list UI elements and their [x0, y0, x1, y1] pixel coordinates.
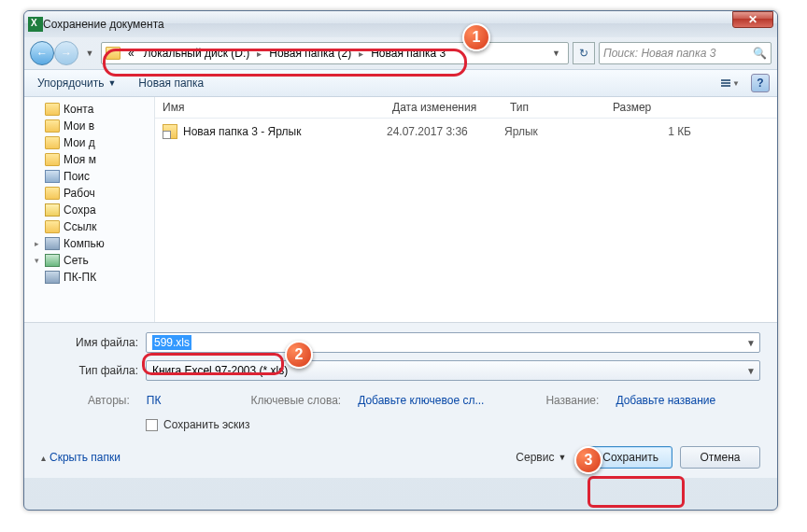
chevron-down-icon[interactable]: ▼ — [746, 338, 756, 348]
filename-input[interactable]: 599.xls ▼ — [146, 332, 760, 353]
search-icon: 🔍 — [753, 47, 767, 60]
folder-icon — [106, 47, 120, 60]
window-title: Сохранение документа — [43, 18, 164, 31]
service-menu[interactable]: Сервис ▼ — [516, 451, 566, 464]
folder-icon — [45, 153, 60, 166]
toolbar: Упорядочить ▼ Новая папка ▼ ? — [24, 69, 777, 97]
view-mode-button[interactable]: ▼ — [715, 74, 745, 92]
collapse-icon[interactable]: ▾ — [32, 256, 41, 265]
search-icon — [45, 170, 60, 183]
expand-icon[interactable]: ▸ — [32, 239, 41, 248]
folder-icon — [45, 187, 60, 200]
thumbnail-row: Сохранить эскиз — [41, 411, 760, 437]
file-list-header[interactable]: Имя Дата изменения Тип Размер — [155, 97, 777, 119]
breadcrumb-part[interactable]: Новая папка (2) — [265, 45, 355, 62]
list-icon — [721, 79, 730, 87]
app-icon — [28, 17, 43, 32]
chevron-up-icon: ▴ — [41, 453, 46, 463]
breadcrumb-prefix: « — [124, 45, 138, 62]
file-list[interactable]: Имя Дата изменения Тип Размер Новая папк… — [155, 97, 777, 322]
tree-item[interactable]: ПК-ПК — [24, 269, 154, 286]
breadcrumb[interactable]: « Локальный диск (D:) ▸ Новая папка (2) … — [101, 42, 569, 64]
thumbnail-label: Сохранить эскиз — [163, 418, 250, 431]
filetype-label: Тип файла: — [41, 364, 146, 377]
tree-item[interactable]: Поис — [24, 168, 154, 185]
dialog-body: Конта Мои в Мои д Моя м Поис Рабоч Сохра… — [24, 97, 777, 323]
save-dialog-window: Сохранение документа ✕ ← → ▼ « Локальный… — [23, 10, 778, 511]
keywords-label: Ключевые слова: — [250, 394, 341, 407]
titlebar[interactable]: Сохранение документа ✕ — [24, 11, 777, 37]
arrow-left-icon: ← — [36, 47, 48, 60]
authors-label: Авторы: — [88, 394, 130, 407]
favorite-icon — [45, 203, 60, 217]
back-button[interactable]: ← — [30, 41, 54, 65]
tree-item[interactable]: Сохра — [24, 202, 154, 218]
folder-tree[interactable]: Конта Мои в Мои д Моя м Поис Рабоч Сохра… — [24, 97, 155, 322]
tree-item[interactable]: ▸Компью — [24, 235, 154, 252]
tree-item[interactable]: Мои в — [24, 118, 154, 134]
forward-button[interactable]: → — [54, 41, 78, 65]
annotation-marker-1: 1 — [462, 23, 490, 51]
refresh-icon: ↻ — [579, 47, 588, 60]
filetype-select[interactable]: Книга Excel 97-2003 (*.xls) ▼ — [146, 360, 760, 381]
save-form: Имя файла: 599.xls ▼ Тип файла: Книга Ex… — [24, 323, 777, 478]
col-size[interactable]: Размер — [613, 101, 725, 114]
col-type[interactable]: Тип — [510, 101, 613, 114]
nav-bar: ← → ▼ « Локальный диск (D:) ▸ Новая папк… — [24, 37, 777, 69]
tree-item[interactable]: ▾Сеть — [24, 252, 154, 269]
nav-back-forward: ← → — [30, 41, 78, 65]
folder-icon — [45, 220, 60, 233]
chevron-down-icon: ▼ — [558, 453, 566, 462]
title-label: Название: — [545, 394, 599, 407]
metadata-row: Авторы: ПК Ключевые слова: Добавьте ключ… — [41, 388, 760, 411]
filename-value: 599.xls — [152, 335, 191, 350]
breadcrumb-dropdown[interactable]: ▼ — [548, 49, 564, 58]
chevron-right-icon: ▸ — [257, 49, 262, 59]
close-icon: ✕ — [748, 13, 757, 26]
chevron-right-icon: ▸ — [359, 49, 363, 59]
tree-item[interactable]: Рабоч — [24, 185, 154, 202]
col-date[interactable]: Дата изменения — [392, 101, 510, 114]
arrow-right-icon: → — [61, 47, 72, 60]
close-button[interactable]: ✕ — [732, 11, 773, 28]
authors-value[interactable]: ПК — [147, 394, 162, 407]
col-name[interactable]: Имя — [163, 101, 392, 114]
computer-icon — [45, 237, 60, 250]
hide-folders-button[interactable]: ▴ Скрыть папки — [41, 451, 120, 464]
tree-item[interactable]: Моя м — [24, 151, 154, 168]
search-placeholder: Поиск: Новая папка 3 — [603, 47, 715, 60]
thumbnail-checkbox[interactable] — [146, 419, 158, 431]
breadcrumb-part[interactable]: Новая папка 3 — [367, 45, 449, 62]
help-icon: ? — [757, 77, 763, 90]
network-icon — [45, 254, 60, 267]
filetype-value: Книга Excel 97-2003 (*.xls) — [152, 364, 288, 377]
annotation-marker-2: 2 — [285, 341, 313, 369]
search-input[interactable]: Поиск: Новая папка 3 🔍 — [599, 42, 772, 64]
folder-icon — [45, 136, 60, 149]
chevron-down-icon: ▼ — [107, 78, 116, 88]
title-value[interactable]: Добавьте название — [616, 394, 715, 407]
folder-icon — [45, 103, 60, 116]
annotation-ring — [588, 476, 685, 508]
new-folder-button[interactable]: Новая папка — [133, 73, 209, 93]
folder-icon — [45, 119, 60, 133]
tree-item[interactable]: Ссылк — [24, 218, 154, 235]
breadcrumb-part[interactable]: Локальный диск (D:) — [140, 45, 254, 62]
refresh-button[interactable]: ↻ — [573, 42, 595, 64]
file-row[interactable]: Новая папка 3 - Ярлык 24.07.2017 3:36 Яр… — [155, 119, 777, 145]
chevron-down-icon[interactable]: ▼ — [746, 366, 756, 376]
tree-item[interactable]: Конта — [24, 101, 154, 118]
computer-icon — [45, 271, 60, 284]
history-dropdown[interactable]: ▼ — [82, 41, 97, 65]
keywords-value[interactable]: Добавьте ключевое сл... — [358, 394, 484, 407]
organize-button[interactable]: Упорядочить ▼ — [32, 73, 121, 93]
button-row: ▴ Скрыть папки Сервис ▼ Сохранить Отмена — [41, 437, 760, 469]
shortcut-icon — [163, 124, 177, 139]
tree-item[interactable]: Мои д — [24, 134, 154, 151]
help-button[interactable]: ? — [751, 74, 770, 92]
filename-label: Имя файла: — [41, 336, 146, 349]
annotation-marker-3: 3 — [574, 446, 602, 474]
cancel-button[interactable]: Отмена — [680, 446, 760, 469]
chevron-down-icon: ▼ — [732, 79, 740, 88]
